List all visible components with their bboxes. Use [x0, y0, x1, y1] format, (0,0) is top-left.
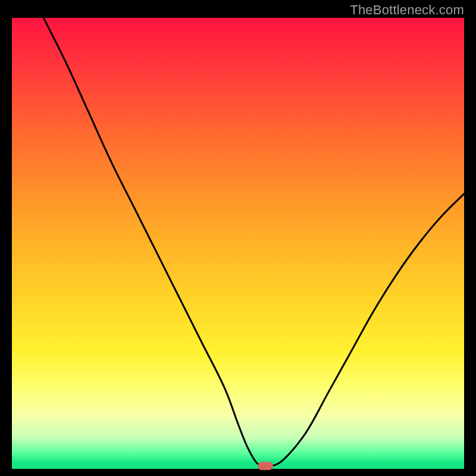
watermark-text: TheBottleneck.com — [350, 2, 464, 18]
curve-svg — [12, 18, 464, 469]
bottleneck-curve — [43, 18, 464, 467]
chart-frame: TheBottleneck.com — [0, 0, 476, 476]
optimum-marker — [258, 462, 273, 470]
